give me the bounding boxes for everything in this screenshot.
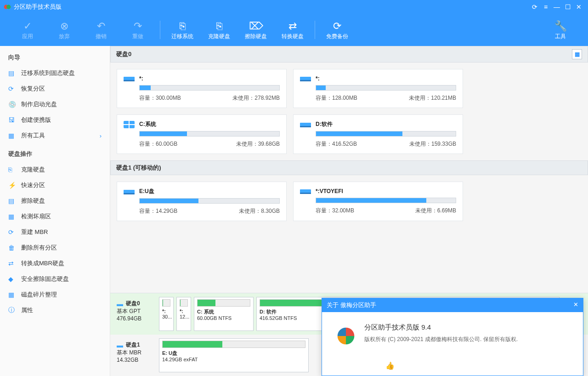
discard-button[interactable]: ⊗放弃 — [46, 20, 83, 40]
disk-icon: ▬ — [117, 342, 123, 349]
sidebar-item-label: 克隆硬盘 — [21, 165, 45, 174]
sidebar-item-label: 转换成MBR硬盘 — [21, 259, 64, 268]
sidebar-icon: ▦ — [8, 132, 17, 139]
sidebar-item-diskop-8[interactable]: ▦磁盘碎片整理 — [0, 287, 110, 302]
undo-button[interactable]: ↶撤销 — [83, 20, 119, 40]
sidebar-icon: ⟳ — [8, 85, 17, 92]
partition-card[interactable]: *: 容量：300.00MB未使用：278.92MB — [117, 69, 287, 108]
sidebar-item-label: 恢复分区 — [21, 85, 45, 93]
sidebar-icon: ▦ — [8, 213, 17, 220]
sidebar-item-wizard-0[interactable]: ▤迁移系统到固态硬盘 — [0, 65, 110, 81]
sidebar-item-label: 安全擦除固态硬盘 — [21, 275, 69, 283]
svg-rect-8 — [124, 125, 129, 128]
usage-bar — [139, 131, 280, 137]
sidebar-icon: 💿 — [8, 101, 17, 108]
drive-icon — [300, 75, 311, 82]
sidebar-icon: ⓘ — [8, 306, 17, 314]
partition-card[interactable]: *: 容量：128.00MB未使用：120.21MB — [293, 69, 463, 108]
apply-button[interactable]: ✓应用 — [9, 20, 46, 40]
capacity-label: 容量：60.00GB — [139, 140, 177, 148]
disk-type: 基本 MBR — [117, 349, 154, 357]
sidebar-item-label: 擦除硬盘 — [21, 197, 45, 205]
about-close-icon[interactable]: ✕ — [573, 301, 578, 309]
partition-block[interactable]: *:30... — [159, 297, 174, 331]
partition-name: *:VTOYEFI — [316, 188, 343, 194]
sidebar-icon: ⟳ — [8, 228, 17, 236]
sidebar-item-diskop-5[interactable]: 🗑删除所有分区 — [0, 240, 110, 256]
disk-block: ▬硬盘0基本 GPT476.94GB — [115, 297, 156, 331]
sidebar-item-diskop-9[interactable]: ⓘ属性 — [0, 302, 110, 318]
disk-title: 硬盘1 (可移动的) — [116, 164, 161, 172]
sidebar-item-wizard-2[interactable]: 💿制作启动光盘 — [0, 97, 110, 112]
partition-block[interactable]: *:12... — [176, 297, 191, 331]
sidebar-item-label: 迁移系统到固态硬盘 — [21, 69, 75, 77]
usage-bar — [139, 85, 280, 91]
capacity-label: 容量：128.00MB — [316, 94, 357, 102]
view-toggle-icon[interactable]: ▦ — [572, 49, 582, 59]
sidebar-item-wizard-1[interactable]: ⟳恢复分区 — [0, 81, 110, 97]
sidebar-item-wizard-3[interactable]: 🖫创建便携版 — [0, 112, 110, 128]
sidebar-item-label: 创建便携版 — [21, 116, 51, 124]
migrate-button[interactable]: ⎘迁移系统 — [164, 20, 201, 40]
sidebar-item-wizard-4[interactable]: ▦所有工具› — [0, 128, 110, 143]
partition-name: *: — [139, 75, 143, 82]
free-label: 未使用：8.30GB — [239, 207, 280, 215]
disk-size: 476.94GB — [117, 315, 154, 322]
partition-block-sub: 12... — [180, 314, 188, 319]
partition-grid: E:U盘 容量：14.29GB未使用：8.30GB*:VTOYEFI 容量：32… — [110, 175, 588, 228]
sidebar-item-diskop-0[interactable]: ⎘克隆硬盘 — [0, 162, 110, 177]
usage-bar — [316, 85, 456, 91]
partition-card[interactable]: C:系统 容量：60.00GB未使用：39.68GB — [117, 114, 287, 154]
disk-header: 硬盘0▦ — [110, 46, 588, 63]
disk-name: 硬盘1 — [126, 341, 140, 349]
partition-card[interactable]: E:U盘 容量：14.29GB未使用：8.30GB — [117, 182, 287, 221]
drive-icon — [300, 121, 311, 128]
sidebar-item-diskop-2[interactable]: ▤擦除硬盘 — [0, 193, 110, 209]
app-logo-icon — [4, 3, 11, 11]
refresh-icon[interactable]: ⟳ — [529, 3, 540, 11]
partition-block-name: C: 系统 — [197, 308, 250, 315]
maximize-icon[interactable]: ☐ — [562, 3, 573, 11]
disk-type: 基本 GPT — [117, 308, 154, 315]
sidebar-item-label: 检测坏扇区 — [21, 212, 51, 221]
redo-button[interactable]: ↷重做 — [119, 20, 156, 40]
partition-grid: *: 容量：300.00MB未使用：278.92MB*: 容量：128.00MB… — [110, 63, 588, 160]
thumb-icon[interactable]: 👍 — [385, 361, 395, 370]
svg-rect-7 — [130, 121, 135, 124]
capacity-label: 容量：32.00MB — [316, 207, 354, 215]
usage-bar — [139, 198, 280, 204]
partition-block[interactable]: E: U盘14.29GB exFAT — [159, 338, 309, 372]
free-label: 未使用：39.68GB — [236, 140, 280, 148]
disk-name: 硬盘0 — [126, 300, 140, 308]
drive-icon — [124, 75, 135, 82]
disk-size: 14.32GB — [117, 357, 154, 363]
menu-icon[interactable]: ≡ — [540, 3, 551, 11]
toolbar: ✓应用 ⊗放弃 ↶撤销 ↷重做 ⎘迁移系统 ⎘克隆硬盘 ⌦擦除硬盘 ⇄转换硬盘 … — [0, 14, 588, 46]
partition-card[interactable]: *:VTOYEFI 容量：32.00MB未使用：6.69MB — [293, 182, 463, 221]
minimize-icon[interactable]: — — [551, 3, 562, 11]
sidebar-item-diskop-4[interactable]: ⟳重建 MBR — [0, 224, 110, 240]
sidebar-item-label: 删除所有分区 — [21, 244, 57, 252]
partition-name: C:系统 — [139, 120, 156, 128]
partition-block-sub: 30... — [162, 314, 170, 319]
backup-button[interactable]: ⟳免费备份 — [319, 20, 356, 40]
wipe-button[interactable]: ⌦擦除硬盘 — [237, 20, 274, 40]
partition-block-name: *: — [162, 308, 170, 314]
tools-button[interactable]: 🔧工具 — [542, 20, 579, 40]
chevron-right-icon: › — [100, 132, 102, 139]
sidebar-item-diskop-1[interactable]: ⚡快速分区 — [0, 177, 110, 193]
close-icon[interactable]: ✕ — [573, 3, 584, 11]
sidebar-item-diskop-3[interactable]: ▦检测坏扇区 — [0, 209, 110, 224]
partition-block-sub: 60.00GB NTFS — [197, 315, 250, 321]
partition-block[interactable]: C: 系统60.00GB NTFS — [194, 297, 254, 331]
partition-card[interactable]: D:软件 容量：416.52GB未使用：159.33GB — [293, 114, 463, 154]
usage-bar — [316, 198, 456, 203]
clone-button[interactable]: ⎘克隆硬盘 — [201, 20, 237, 40]
sidebar-item-diskop-7[interactable]: ◆安全擦除固态硬盘 — [0, 271, 110, 287]
sidebar-item-diskop-6[interactable]: ⇄转换成MBR硬盘 — [0, 256, 110, 271]
sidebar-icon: ⇄ — [8, 260, 17, 267]
convert-button[interactable]: ⇄转换硬盘 — [274, 20, 311, 40]
sidebar: 向导 ▤迁移系统到固态硬盘⟳恢复分区💿制作启动光盘🖫创建便携版▦所有工具› 硬盘… — [0, 46, 110, 376]
partition-bar — [197, 299, 250, 307]
sidebar-item-label: 制作启动光盘 — [21, 100, 57, 108]
